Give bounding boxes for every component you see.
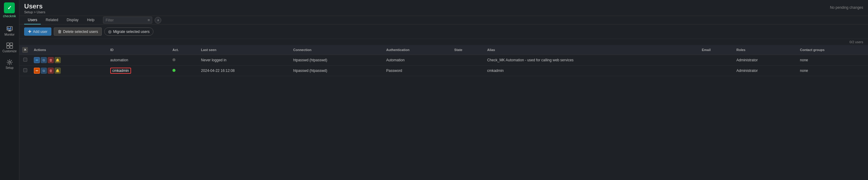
svg-rect-7	[10, 27, 11, 30]
notify-button[interactable]: 🔔	[55, 68, 61, 74]
migrate-selected-button[interactable]: ◎ Migrate selected users	[104, 28, 153, 36]
svg-rect-3	[9, 30, 10, 31]
x-button[interactable]: ✕	[22, 47, 28, 53]
col-header-state: State	[451, 45, 484, 55]
breadcrumb-text: Setup > Users	[24, 10, 45, 14]
col-header-roles: Roles	[733, 45, 797, 55]
tab-users[interactable]: Users	[24, 16, 41, 25]
delete-button[interactable]: 🗑	[48, 68, 54, 74]
delete-selected-button[interactable]: 🗑 Delete selected users	[54, 28, 102, 36]
user-contact-groups-cell: none	[797, 55, 868, 65]
migrate-selected-label: Migrate selected users	[113, 30, 150, 34]
user-authentication-cell: Password	[383, 65, 451, 76]
customize-icon	[6, 42, 13, 49]
users-count-row: 0/2 users	[19, 39, 868, 45]
users-table: ✕ Actions ID Act. Last seen Connection A…	[19, 45, 868, 76]
clone-button[interactable]: ⧉	[41, 57, 47, 63]
row-checkbox-cell	[19, 55, 31, 65]
actions-bar: ✚ Add user 🗑 Delete selected users ◎ Mig…	[19, 25, 868, 39]
tab-related[interactable]: Related	[42, 16, 62, 25]
users-table-area: ✕ Actions ID Act. Last seen Connection A…	[19, 45, 868, 180]
status-dot	[173, 58, 176, 61]
tab-display[interactable]: Display	[63, 16, 82, 25]
sidebar-item-setup[interactable]: Setup	[0, 56, 19, 72]
user-email-cell	[699, 55, 734, 65]
user-email-cell	[699, 65, 734, 76]
delete-selected-label: Delete selected users	[63, 30, 98, 34]
delete-button[interactable]: 🗑	[48, 57, 54, 63]
filter-input[interactable]	[103, 17, 146, 23]
toolbar: Users Related Display Help ≡ ∧	[19, 16, 868, 25]
table-row: ✏ ⧉ 🗑 🔔 automation Never logged in htpas…	[19, 55, 868, 65]
main-content: Users Setup > Users No pending changes U…	[19, 0, 868, 180]
svg-rect-5	[7, 28, 8, 30]
collapse-button[interactable]: ∧	[155, 17, 161, 24]
col-header-act: Act.	[169, 45, 198, 55]
setup-icon	[6, 59, 13, 65]
user-last-seen-cell: Never logged in	[198, 55, 290, 65]
breadcrumb: Setup > Users	[24, 10, 45, 14]
user-id-cell: automation	[107, 55, 169, 65]
sidebar-item-customize[interactable]: Customize	[0, 39, 19, 56]
user-alias-cell: Check_MK Automation - used for calling w…	[484, 55, 699, 65]
checkmk-logo[interactable]: ✓	[4, 2, 15, 13]
user-roles-cell: Administrator	[733, 55, 797, 65]
logo-area: ✓ checkmk	[3, 2, 16, 18]
page-title: Users	[24, 2, 45, 10]
svg-rect-8	[7, 43, 9, 45]
user-id-cell: cmkadmin	[107, 65, 169, 76]
row-actions-cell: ✏ ⧉ 🗑 🔔	[31, 65, 107, 76]
row-actions: ✏ ⧉ 🗑 🔔	[34, 68, 104, 74]
table-row: ✏ ⧉ 🗑 🔔 cmkadmin 2024-04-22 16:12:08 htp…	[19, 65, 868, 76]
row-actions-cell: ✏ ⧉ 🗑 🔔	[31, 55, 107, 65]
row-checkbox[interactable]	[23, 58, 27, 62]
status-dot	[173, 69, 176, 72]
user-act-cell	[169, 55, 198, 65]
setup-label: Setup	[5, 66, 13, 69]
svg-rect-4	[8, 31, 11, 31]
user-id: automation	[110, 58, 128, 62]
svg-rect-9	[10, 43, 13, 45]
col-header-authentication: Authentication	[383, 45, 451, 55]
pending-changes-status: No pending changes	[830, 2, 863, 10]
user-alias-cell: cmkadmin	[484, 65, 699, 76]
filter-box: ≡	[103, 17, 153, 24]
monitor-icon	[6, 26, 13, 32]
user-connection-cell: htpasswd (htpasswd)	[290, 55, 383, 65]
col-header-x[interactable]: ✕	[19, 45, 31, 55]
col-header-id: ID	[107, 45, 169, 55]
user-id-highlighted: cmkadmin	[110, 68, 131, 74]
add-user-button[interactable]: ✚ Add user	[24, 28, 51, 36]
add-user-label: Add user	[33, 30, 48, 34]
edit-button[interactable]: ✏	[34, 57, 40, 63]
add-icon: ✚	[28, 29, 31, 34]
tab-help[interactable]: Help	[83, 16, 98, 25]
header-left: Users Setup > Users	[24, 2, 45, 16]
row-actions: ✏ ⧉ 🗑 🔔	[34, 57, 104, 63]
customize-label: Customize	[2, 50, 17, 53]
svg-rect-10	[7, 46, 9, 48]
svg-text:✓: ✓	[7, 5, 12, 11]
delete-icon: 🗑	[58, 29, 62, 34]
user-state-cell	[451, 65, 484, 76]
col-header-contact-groups: Contact groups	[797, 45, 868, 55]
row-checkbox[interactable]	[23, 68, 27, 72]
migrate-icon: ◎	[108, 29, 112, 34]
user-contact-groups-cell: none	[797, 65, 868, 76]
table-header-row: ✕ Actions ID Act. Last seen Connection A…	[19, 45, 868, 55]
notify-button[interactable]: 🔔	[55, 57, 61, 63]
clone-button[interactable]: ⧉	[41, 68, 47, 74]
user-last-seen-cell: 2024-04-22 16:12:08	[198, 65, 290, 76]
col-header-email: Email	[699, 45, 734, 55]
user-state-cell	[451, 55, 484, 65]
svg-rect-11	[10, 46, 13, 48]
sidebar: ✓ checkmk Monitor Customize Setu	[0, 0, 19, 180]
col-header-last-seen: Last seen	[198, 45, 290, 55]
row-checkbox-cell	[19, 65, 31, 76]
user-act-cell	[169, 65, 198, 76]
filter-icon[interactable]: ≡	[146, 17, 152, 23]
col-header-actions: Actions	[31, 45, 107, 55]
edit-button[interactable]: ✏	[34, 68, 40, 74]
sidebar-item-monitor[interactable]: Monitor	[0, 23, 19, 39]
col-header-connection: Connection	[290, 45, 383, 55]
